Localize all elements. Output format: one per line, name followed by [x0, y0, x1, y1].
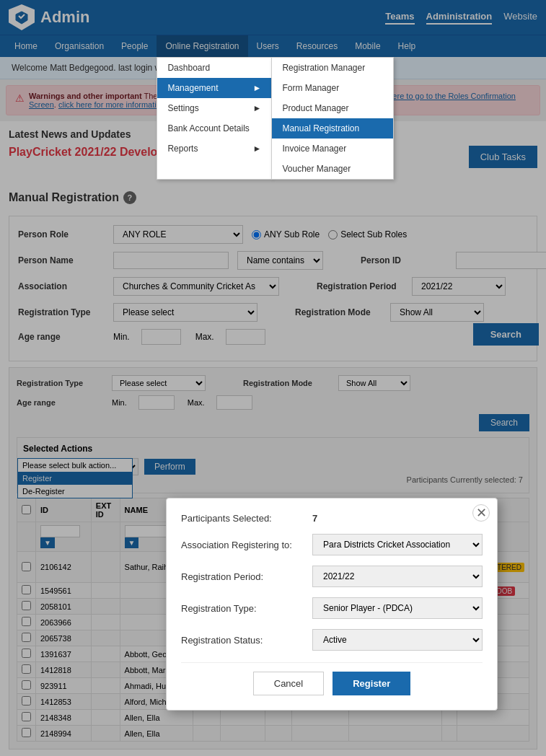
dd-manual-registration[interactable]: Manual Registration: [272, 118, 393, 139]
modal-reg-type-select[interactable]: Senior Player - (PDCA): [312, 597, 483, 619]
dd-dashboard[interactable]: Dashboard: [157, 58, 271, 78]
dd-form-manager[interactable]: Form Manager: [272, 78, 393, 98]
dd-invoice-manager[interactable]: Invoice Manager: [272, 139, 393, 159]
modal-participants-label: Participants Selected:: [181, 513, 304, 524]
modal-reg-status-select[interactable]: Active: [312, 629, 483, 651]
modal-actions: Cancel Register: [181, 662, 483, 695]
modal-reg-status-label: Registration Status:: [181, 635, 304, 646]
modal-reg-period-label: Registration Period:: [181, 571, 304, 582]
dd-reports[interactable]: Reports ►: [157, 139, 271, 159]
modal-close-button[interactable]: ✕: [472, 504, 490, 522]
modal-assoc-label: Association Registering to:: [181, 540, 304, 550]
modal-participants-row: Participants Selected: 7: [181, 513, 483, 524]
modal-reg-period-row: Registration Period: 2021/22: [181, 566, 483, 587]
modal-reg-type-row: Registration Type: Senior Player - (PDCA…: [181, 597, 483, 619]
modal-assoc-select[interactable]: Para Districts Cricket Association: [312, 534, 483, 555]
modal-reg-period-select[interactable]: 2021/22: [312, 566, 483, 587]
modal-participants-value: 7: [312, 513, 317, 524]
online-reg-col1: Dashboard Management ► Settings ► Bank A…: [157, 57, 272, 180]
modal-reg-type-label: Registration Type:: [181, 603, 304, 614]
online-reg-dropdown: Dashboard Management ► Settings ► Bank A…: [157, 57, 394, 180]
register-button[interactable]: Register: [333, 672, 410, 695]
cancel-button[interactable]: Cancel: [253, 672, 324, 695]
modal-assoc-row: Association Registering to: Para Distric…: [181, 534, 483, 555]
online-reg-col2: Registration Manager Form Manager Produc…: [271, 57, 394, 180]
dd-management[interactable]: Management ►: [157, 78, 271, 98]
dd-voucher-manager[interactable]: Voucher Manager: [272, 159, 393, 179]
dd-product-manager[interactable]: Product Manager: [272, 98, 393, 118]
dd-reg-manager[interactable]: Registration Manager: [272, 58, 393, 78]
dd-bank-account[interactable]: Bank Account Details: [157, 118, 271, 139]
dd-settings[interactable]: Settings ►: [157, 98, 271, 118]
modal-box: ✕ Participants Selected: 7 Association R…: [166, 498, 498, 711]
modal-reg-status-row: Registration Status: Active: [181, 629, 483, 651]
